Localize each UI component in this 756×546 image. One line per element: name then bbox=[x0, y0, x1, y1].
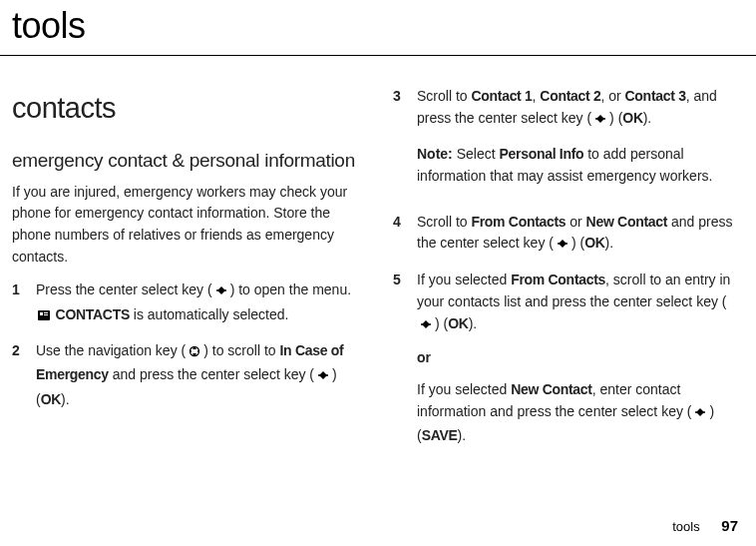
text: Select bbox=[453, 146, 500, 162]
section-heading: contacts bbox=[12, 86, 363, 131]
step-body: Press the center select key () to open t… bbox=[36, 279, 363, 327]
step-number: 1 bbox=[12, 279, 22, 327]
svg-marker-14 bbox=[319, 371, 327, 379]
save-label: SAVE bbox=[422, 427, 458, 443]
ok-label: OK bbox=[41, 391, 61, 407]
text: If you selected bbox=[417, 381, 511, 397]
text: ) to scroll to bbox=[203, 342, 279, 358]
svg-rect-6 bbox=[44, 314, 48, 315]
step-3: 3 Scroll to Contact 1, Contact 2, or Con… bbox=[393, 86, 744, 200]
intro-text: If you are injured, emergency workers ma… bbox=[12, 182, 363, 269]
text: ) to open the menu. bbox=[230, 281, 351, 297]
contact2-label: Contact 2 bbox=[540, 88, 600, 104]
ok-label: OK bbox=[584, 235, 604, 251]
text: Use the navigation key ( bbox=[36, 342, 186, 358]
left-column: contacts emergency contact & personal in… bbox=[12, 86, 363, 459]
note-label: Note: bbox=[417, 146, 453, 162]
step-4: 4 Scroll to From Contacts or New Contact… bbox=[393, 212, 744, 258]
step-number: 3 bbox=[393, 86, 403, 200]
contacts-label: CONTACTS bbox=[52, 306, 130, 322]
page-title: tools bbox=[0, 0, 756, 55]
text: ) ( bbox=[435, 315, 448, 331]
text: is automatically selected. bbox=[130, 306, 289, 322]
center-select-icon bbox=[692, 404, 708, 426]
text: ) ( bbox=[571, 235, 584, 251]
contact3-label: Contact 3 bbox=[625, 88, 686, 104]
svg-marker-20 bbox=[559, 240, 567, 248]
new-contact-label: New Contact bbox=[511, 381, 592, 397]
text: If you selected bbox=[417, 272, 511, 287]
svg-marker-26 bbox=[696, 408, 704, 416]
new-contact-label: New Contact bbox=[586, 214, 668, 230]
step-body: Use the navigation key () to scroll to I… bbox=[36, 340, 363, 411]
navigation-key-icon bbox=[187, 343, 202, 365]
step-5: 5 If you selected From Contacts, scroll … bbox=[393, 270, 744, 447]
center-select-icon bbox=[555, 236, 570, 258]
svg-marker-17 bbox=[596, 115, 604, 123]
step-number: 5 bbox=[393, 270, 403, 447]
page-number: 97 bbox=[721, 517, 738, 534]
text: ). bbox=[643, 110, 652, 126]
text: ). bbox=[61, 391, 70, 407]
text: ) ( bbox=[609, 110, 622, 126]
step-1: 1 Press the center select key () to open… bbox=[12, 279, 363, 327]
svg-marker-23 bbox=[422, 320, 430, 328]
step-2: 2 Use the navigation key () to scroll to… bbox=[12, 340, 363, 411]
svg-rect-4 bbox=[40, 312, 43, 315]
contacts-icon bbox=[37, 306, 51, 328]
center-select-icon bbox=[418, 316, 434, 338]
from-contacts-label: From Contacts bbox=[471, 214, 566, 230]
footer-label: tools bbox=[672, 519, 699, 534]
step-number: 4 bbox=[393, 212, 403, 258]
text: or bbox=[566, 214, 585, 230]
contact1-label: Contact 1 bbox=[471, 88, 532, 104]
content-columns: contacts emergency contact & personal in… bbox=[0, 56, 756, 459]
step-body: Scroll to From Contacts or New Contact a… bbox=[417, 212, 744, 258]
page-footer: tools 97 bbox=[672, 517, 738, 534]
svg-rect-5 bbox=[44, 312, 48, 313]
text: Scroll to bbox=[417, 88, 471, 104]
text: Scroll to bbox=[417, 214, 471, 230]
text: ). bbox=[469, 315, 478, 331]
center-select-icon bbox=[592, 111, 608, 133]
text: Press the center select key ( bbox=[36, 281, 212, 297]
sub-heading: emergency contact & personal information bbox=[12, 149, 363, 174]
text: ). bbox=[458, 427, 467, 443]
step-body: If you selected From Contacts, scroll to… bbox=[417, 270, 744, 447]
ok-label: OK bbox=[622, 110, 642, 126]
text: ). bbox=[605, 235, 614, 251]
personal-info-label: Personal Info bbox=[499, 146, 583, 162]
from-contacts-label: From Contacts bbox=[511, 272, 605, 287]
ok-label: OK bbox=[448, 315, 468, 331]
text: , or bbox=[600, 88, 624, 104]
step-number: 2 bbox=[12, 340, 22, 411]
or-separator: or bbox=[417, 347, 744, 369]
step-body: Scroll to Contact 1, Contact 2, or Conta… bbox=[417, 86, 744, 200]
svg-marker-2 bbox=[217, 286, 225, 294]
right-column: 3 Scroll to Contact 1, Contact 2, or Con… bbox=[393, 86, 744, 459]
center-select-icon bbox=[213, 282, 229, 304]
text: and press the center select key ( bbox=[109, 366, 314, 382]
center-select-icon bbox=[315, 367, 331, 389]
